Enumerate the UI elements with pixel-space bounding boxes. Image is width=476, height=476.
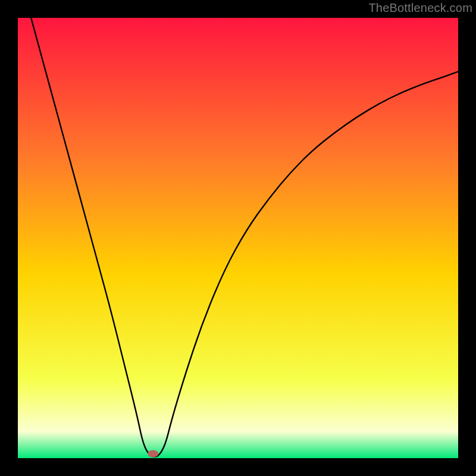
plot-area bbox=[18, 18, 458, 458]
bottleneck-point-marker bbox=[148, 450, 158, 458]
watermark-text: TheBottleneck.com bbox=[368, 1, 472, 15]
chart-frame: TheBottleneck.com bbox=[0, 0, 476, 476]
bottleneck-chart bbox=[18, 18, 458, 458]
gradient-background bbox=[18, 18, 458, 458]
